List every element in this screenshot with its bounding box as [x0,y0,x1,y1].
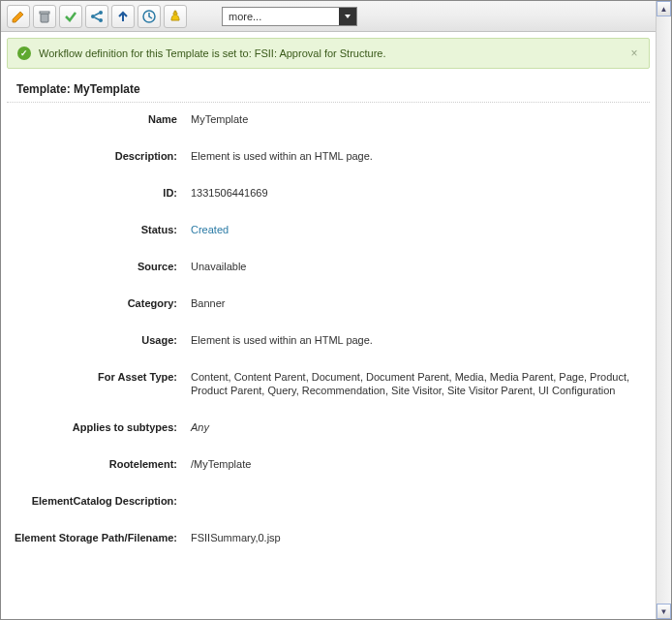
toolbar: more... [1,1,656,32]
field-id: ID: 1331506441669 [7,186,650,200]
share-button[interactable] [85,5,108,28]
svg-point-4 [99,18,103,22]
chevron-down-icon [339,8,356,25]
field-label: Source: [7,260,191,273]
page-title: Template: MyTemplate [7,75,650,103]
field-label: ID: [7,186,191,200]
field-value: Content, Content Parent, Document, Docum… [191,370,650,397]
field-name: Name MyTemplate [7,112,650,126]
field-label: Rootelement: [7,457,191,471]
edit-button[interactable] [7,5,30,28]
notice-banner: Workflow definition for this Template is… [7,38,650,69]
field-value: Unavailable [191,260,650,273]
field-assettype: For Asset Type: Content, Content Parent,… [7,370,650,397]
field-usage: Usage: Element is used within an HTML pa… [7,333,650,347]
svg-point-6 [174,11,176,13]
status-link[interactable]: Created [191,223,650,236]
field-value: Element is used within an HTML page. [191,149,650,163]
vertical-scrollbar[interactable]: ▲ ▼ [656,1,671,619]
field-label: For Asset Type: [7,370,191,384]
field-status: Status: Created [7,223,650,236]
field-rootelement: Rootelement: /MyTemplate [7,457,650,471]
field-label: Status: [7,223,191,236]
field-catalogdesc: ElementCatalog Description: [7,494,650,508]
fields-panel: Name MyTemplate Description: Element is … [1,103,656,577]
history-button[interactable] [137,5,161,28]
scroll-up-icon[interactable]: ▲ [657,1,671,16]
scroll-track[interactable] [657,16,671,604]
field-label: ElementCatalog Description: [7,494,191,508]
close-icon[interactable]: × [627,46,641,60]
svg-point-3 [99,11,103,15]
scroll-down-icon[interactable]: ▼ [657,604,671,619]
more-dropdown-label: more... [223,11,339,22]
field-label: Element Storage Path/Filename: [7,531,191,544]
field-storagepath: Element Storage Path/Filename: FSIISumma… [7,531,650,544]
field-value: MyTemplate [191,112,650,126]
field-label: Category: [7,296,191,310]
field-value: Banner [191,296,650,310]
field-category: Category: Banner [7,296,650,310]
svg-rect-1 [40,12,49,14]
field-value: 1331506441669 [191,186,650,200]
field-value: Element is used within an HTML page. [191,333,650,347]
field-value: /MyTemplate [191,457,650,471]
check-icon [17,46,31,60]
delete-button[interactable] [33,5,56,28]
notice-text: Workflow definition for this Template is… [39,47,385,59]
field-value: Any [191,420,650,434]
feature-button[interactable] [164,5,187,28]
field-label: Name [7,112,191,126]
svg-rect-0 [41,14,48,22]
upload-button[interactable] [111,5,135,28]
field-subtypes: Applies to subtypes: Any [7,420,650,434]
field-label: Usage: [7,333,191,347]
field-value: FSIISummary,0.jsp [191,531,650,544]
field-description: Description: Element is used within an H… [7,149,650,163]
approve-button[interactable] [59,5,82,28]
field-source: Source: Unavailable [7,260,650,273]
field-label: Description: [7,149,191,163]
field-label: Applies to subtypes: [7,420,191,434]
more-dropdown[interactable]: more... [222,7,357,26]
